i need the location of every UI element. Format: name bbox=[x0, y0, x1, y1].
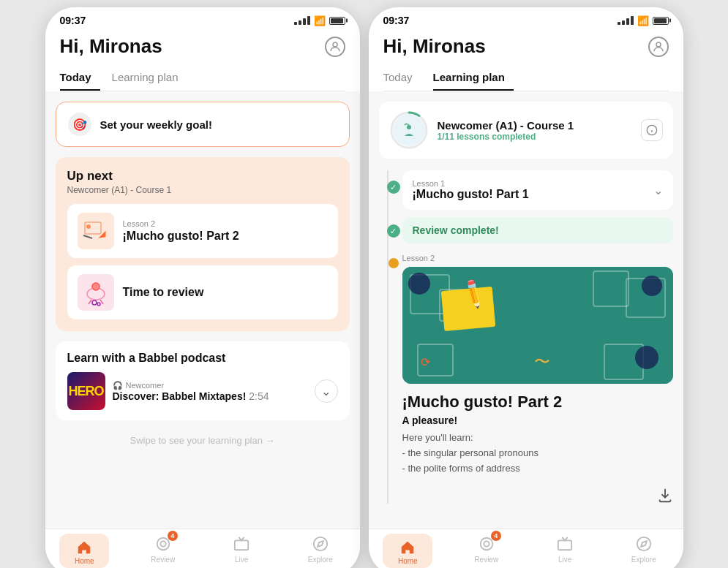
left-bottom-nav: Home 4 Review Live Explore bbox=[45, 529, 360, 568]
download-button[interactable] bbox=[402, 488, 673, 504]
svg-marker-26 bbox=[641, 541, 647, 547]
left-time: 09:37 bbox=[60, 15, 86, 26]
explore-icon bbox=[310, 534, 331, 554]
right-review-badge: 4 bbox=[491, 531, 501, 541]
left-nav-explore-label: Explore bbox=[308, 556, 333, 564]
right-nav-home-label: Home bbox=[398, 557, 418, 565]
podcast-card: Learn with a Babbel podcast HERO 🎧 Newco… bbox=[56, 341, 350, 420]
svg-point-8 bbox=[92, 300, 97, 305]
podcast-title: Learn with a Babbel podcast bbox=[67, 352, 338, 365]
review-thumb bbox=[78, 274, 114, 311]
lesson-review-card[interactable]: Time to review bbox=[67, 265, 338, 319]
lesson2-name: ¡Mucho gusto! Part 2 bbox=[123, 230, 239, 243]
left-nav-explore[interactable]: Explore bbox=[281, 534, 360, 568]
right-signal-icon bbox=[618, 16, 634, 25]
right-nav-live-label: Live bbox=[558, 556, 571, 564]
svg-point-11 bbox=[160, 541, 165, 546]
left-phone: 09:37 📶 Hi, Mironas Today Learning plan bbox=[45, 7, 360, 568]
headphone-icon: 🎧 bbox=[113, 381, 123, 390]
svg-point-7 bbox=[92, 283, 100, 290]
review-name: Time to review bbox=[123, 286, 204, 299]
up-next-title: Up next bbox=[67, 169, 338, 183]
right-profile-icon[interactable] bbox=[648, 37, 669, 57]
lesson2-dot bbox=[389, 258, 399, 268]
lesson1-accordion[interactable]: Lesson 1 ¡Mucho gusto! Part 1 ⌄ bbox=[402, 170, 673, 210]
left-tab-learning-plan[interactable]: Learning plan bbox=[112, 65, 187, 91]
left-nav-live[interactable]: Live bbox=[203, 534, 282, 568]
right-tab-learning-plan[interactable]: Learning plan bbox=[433, 65, 514, 91]
lesson2-body: Here you'll learn: - the singular person… bbox=[402, 431, 673, 476]
podcast-duration: 2:54 bbox=[249, 390, 269, 402]
signal-icon bbox=[294, 16, 310, 25]
podcast-type: 🎧 Newcomer bbox=[113, 381, 307, 390]
svg-point-22 bbox=[481, 538, 493, 550]
podcast-expand-btn[interactable]: ⌄ bbox=[315, 379, 338, 403]
course-title: Newcomer (A1) - Course 1 bbox=[438, 119, 632, 132]
chevron-down-icon: ⌄ bbox=[321, 385, 331, 398]
course-info: Newcomer (A1) - Course 1 1/11 lessons co… bbox=[438, 119, 632, 142]
right-nav-live[interactable]: Live bbox=[526, 534, 605, 568]
left-status-bar: 09:37 📶 bbox=[45, 7, 360, 29]
svg-marker-14 bbox=[318, 541, 323, 547]
lesson-card-mucho-gusto[interactable]: Lesson 2 ¡Mucho gusto! Part 2 bbox=[67, 204, 338, 258]
left-status-icons: 📶 bbox=[294, 15, 345, 26]
goal-text: Set your weekly goal! bbox=[100, 118, 212, 131]
right-explore-icon bbox=[634, 534, 654, 554]
course-icon-container bbox=[389, 110, 429, 150]
lesson2-subtitle: A pleasure! bbox=[402, 414, 673, 426]
lesson1-dot: ✓ bbox=[387, 181, 400, 194]
svg-point-10 bbox=[157, 538, 170, 550]
left-tab-today[interactable]: Today bbox=[60, 65, 100, 91]
right-nav-home[interactable]: Home bbox=[369, 534, 448, 568]
info-button[interactable] bbox=[641, 119, 663, 141]
review-icon: 4 bbox=[153, 534, 173, 554]
svg-point-0 bbox=[333, 42, 337, 47]
goal-icon: 🎯 bbox=[68, 113, 91, 136]
podcast-thumb-img: HERO bbox=[67, 372, 105, 410]
lesson2-main-title: ¡Mucho gusto! Part 2 bbox=[402, 393, 673, 412]
right-greeting: Hi, Mironas bbox=[383, 35, 486, 58]
right-nav-review-label: Review bbox=[474, 556, 498, 564]
svg-point-25 bbox=[637, 537, 650, 550]
up-next-subtitle: Newcomer (A1) - Course 1 bbox=[67, 185, 338, 195]
right-phone: 09:37 📶 Hi, Mironas Today Learning plan bbox=[369, 7, 683, 568]
svg-rect-24 bbox=[558, 540, 571, 550]
svg-rect-12 bbox=[235, 540, 248, 550]
podcast-item[interactable]: HERO 🎧 Newcomer Discover: Babbel Mixtape… bbox=[67, 372, 338, 410]
left-profile-icon[interactable] bbox=[325, 37, 345, 57]
left-nav-home[interactable]: Home bbox=[45, 534, 124, 568]
svg-point-18 bbox=[407, 125, 411, 129]
left-nav-live-label: Live bbox=[235, 556, 248, 564]
svg-line-6 bbox=[100, 300, 103, 304]
lesson2-label: Lesson 2 bbox=[123, 219, 239, 228]
wifi-icon: 📶 bbox=[314, 15, 326, 26]
svg-line-5 bbox=[89, 300, 91, 304]
left-greeting: Hi, Mironas bbox=[60, 35, 162, 58]
goal-card[interactable]: 🎯 Set your weekly goal! bbox=[56, 102, 350, 147]
left-scroll-content: 🎯 Set your weekly goal! Up next Newcomer… bbox=[45, 91, 360, 529]
svg-point-2 bbox=[86, 224, 91, 229]
right-bottom-nav: Home 4 Review Live Explore bbox=[369, 529, 683, 568]
review-complete-label: Review complete! bbox=[402, 217, 673, 243]
left-header: Hi, Mironas Today Learning plan bbox=[45, 29, 360, 91]
left-tabs: Today Learning plan bbox=[60, 65, 345, 91]
right-tab-today[interactable]: Today bbox=[383, 65, 421, 91]
podcast-name: Discover: Babbel Mixtapes! 2:54 bbox=[113, 390, 307, 402]
timeline-lesson1: ✓ Lesson 1 ¡Mucho gusto! Part 1 ⌄ bbox=[402, 170, 673, 210]
right-nav-explore[interactable]: Explore bbox=[604, 534, 683, 568]
swipe-hint: Swipe to see your learning plan → bbox=[56, 431, 350, 453]
right-status-icons: 📶 bbox=[618, 15, 669, 26]
lesson2-section-label: Lesson 2 bbox=[402, 254, 673, 262]
lesson1-label: Lesson 1 bbox=[413, 179, 529, 188]
left-nav-review[interactable]: 4 Review bbox=[124, 534, 203, 568]
right-status-bar: 09:37 📶 bbox=[369, 7, 683, 29]
right-home-icon bbox=[397, 537, 418, 557]
podcast-thumb: HERO bbox=[67, 372, 105, 410]
svg-point-23 bbox=[484, 541, 489, 546]
right-battery-icon bbox=[653, 17, 669, 25]
home-icon bbox=[74, 537, 94, 557]
right-nav-review[interactable]: 4 Review bbox=[447, 534, 526, 568]
timeline-line bbox=[387, 170, 389, 504]
svg-point-9 bbox=[97, 303, 100, 306]
right-header: Hi, Mironas Today Learning plan bbox=[369, 29, 683, 91]
